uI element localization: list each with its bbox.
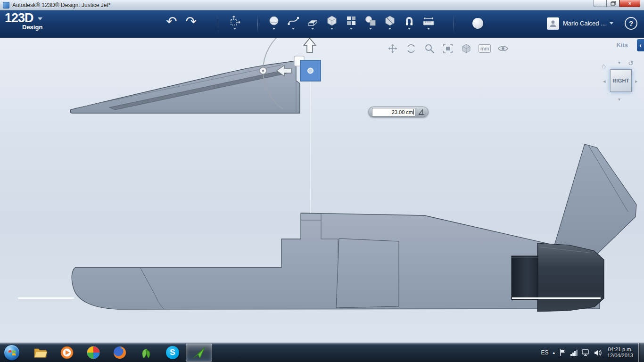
model-engine-cone[interactable] <box>537 243 604 312</box>
home-icon[interactable]: ⌂ <box>602 62 606 70</box>
app-toolbar: 123D Design ↶ ↷ <box>0 10 644 38</box>
modify-tool-button[interactable] <box>324 15 339 30</box>
viewcube-rotate-left[interactable]: ◂ <box>603 78 606 84</box>
restore-icon <box>611 1 616 6</box>
media-center-button[interactable] <box>80 344 107 362</box>
pan-icon <box>388 43 398 54</box>
media-player-icon <box>60 346 74 360</box>
transform-tool-button[interactable] <box>227 15 242 30</box>
help-button[interactable]: ? <box>625 17 637 30</box>
toolbar-separator <box>218 15 218 33</box>
signal-bars-icon[interactable] <box>570 349 578 356</box>
dropdown-caret-icon <box>427 28 430 30</box>
visibility-button[interactable] <box>497 42 509 55</box>
account-caret-icon[interactable] <box>610 22 613 25</box>
language-indicator[interactable]: ES <box>541 349 548 356</box>
orbit-button[interactable] <box>405 42 417 55</box>
modeling-tools <box>266 15 436 30</box>
face-center-handle[interactable] <box>308 68 313 74</box>
dimension-widget: 23.00 cm <box>368 107 429 117</box>
action-center-flag-icon[interactable] <box>559 349 566 356</box>
primitives-tool-button[interactable] <box>266 15 281 30</box>
windows-explorer-button[interactable] <box>27 344 54 362</box>
model-viewport[interactable] <box>0 38 644 343</box>
show-desktop-button[interactable] <box>638 343 644 362</box>
firefox-button[interactable] <box>107 344 133 362</box>
render-sphere-button[interactable] <box>472 18 483 29</box>
grouping-tool-button[interactable] <box>363 15 378 30</box>
snap-icon <box>403 15 415 27</box>
pattern-tool-button[interactable] <box>344 15 359 30</box>
screen: Autodesk® 123D® Design: Justice Jet* – ×… <box>0 0 644 362</box>
shaded-view-button[interactable] <box>460 42 472 55</box>
dropdown-caret-icon <box>272 28 275 30</box>
units-badge[interactable]: mm <box>479 44 491 53</box>
dropdown-caret-icon <box>408 28 411 30</box>
dropdown-caret-icon <box>388 28 391 30</box>
transform-icon <box>229 15 241 27</box>
snap-tool-button[interactable] <box>402 15 417 30</box>
dropdown-caret-icon <box>292 28 295 30</box>
messenger-icon <box>139 346 153 360</box>
dropdown-caret-icon <box>369 28 372 30</box>
logo-text: 123D <box>5 11 33 25</box>
logo-subtitle: Design <box>22 24 42 31</box>
undo-button[interactable]: ↶ <box>166 13 177 30</box>
dropdown-caret-icon <box>350 28 353 30</box>
account-area: Mario Caiced ... ? <box>547 17 637 30</box>
window-controls: – × <box>594 0 640 7</box>
viewcube-rotate-right[interactable]: ▸ <box>635 78 638 84</box>
text-cursor <box>413 109 414 115</box>
navigation-bar: mm <box>387 42 509 55</box>
show-hidden-icons[interactable]: ▴ <box>553 350 555 355</box>
viewcube-rotate-ccw-icon[interactable]: ↺ <box>628 59 634 67</box>
fit-view-button[interactable] <box>442 42 454 55</box>
app-logo[interactable]: 123D Design <box>5 11 42 31</box>
kits-panel-label: Kits <box>616 41 628 49</box>
toolbar-separator <box>454 15 454 33</box>
user-avatar[interactable] <box>547 17 559 30</box>
sketch-tool-button[interactable] <box>286 15 301 30</box>
volume-icon[interactable] <box>594 349 602 356</box>
viewcube-face-right[interactable]: RIGHT <box>610 69 632 92</box>
user-name[interactable]: Mario Caiced ... <box>563 20 606 27</box>
dropdown-caret-icon <box>311 28 314 30</box>
tray-clock[interactable]: 04:21 p.m. 12/04/2013 <box>607 346 633 359</box>
zoom-button[interactable] <box>423 42 436 55</box>
dimension-value: 23.00 cm <box>392 109 413 115</box>
app-123d-design-button[interactable] <box>186 344 212 362</box>
model-engine-nozzle[interactable] <box>512 256 538 300</box>
extrude-up-arrow[interactable] <box>304 38 316 52</box>
dimension-input[interactable]: 23.00 cm <box>372 108 415 116</box>
modify-icon <box>326 15 338 27</box>
zoom-icon <box>424 43 435 54</box>
tray-time: 04:21 p.m. <box>607 346 633 353</box>
viewcube-tilt-down[interactable]: ▾ <box>618 97 620 102</box>
redo-button[interactable]: ↷ <box>185 13 196 30</box>
construct-tool-button[interactable] <box>305 15 320 30</box>
viewcube: ⌂ ▾ ↺ ◂ RIGHT ▸ ▾ <box>599 59 643 112</box>
combine-icon <box>384 15 396 27</box>
media-player-button[interactable] <box>54 344 80 362</box>
close-button[interactable]: × <box>619 0 640 7</box>
minimize-button[interactable]: – <box>594 0 607 7</box>
dimension-mode-icon[interactable] <box>418 109 425 115</box>
pan-button[interactable] <box>387 42 399 55</box>
measure-tool-button[interactable] <box>421 15 436 30</box>
messenger-button[interactable] <box>133 344 159 362</box>
logo-caret-icon <box>38 17 42 20</box>
windows-explorer-icon <box>33 346 48 359</box>
model-tail-fin[interactable] <box>552 144 636 259</box>
user-icon <box>549 19 557 28</box>
kits-expand-tab[interactable]: ‹ <box>637 39 644 51</box>
start-button[interactable] <box>4 345 20 361</box>
restore-button[interactable] <box>607 0 619 7</box>
app-icon <box>3 2 9 8</box>
media-center-icon <box>86 346 100 360</box>
combine-tool-button[interactable] <box>382 15 397 30</box>
orbit-icon <box>406 43 416 54</box>
visibility-icon <box>497 43 509 54</box>
skype-button[interactable]: S <box>159 344 186 362</box>
viewcube-tilt-up[interactable]: ▾ <box>618 60 620 65</box>
network-icon[interactable] <box>582 349 590 356</box>
